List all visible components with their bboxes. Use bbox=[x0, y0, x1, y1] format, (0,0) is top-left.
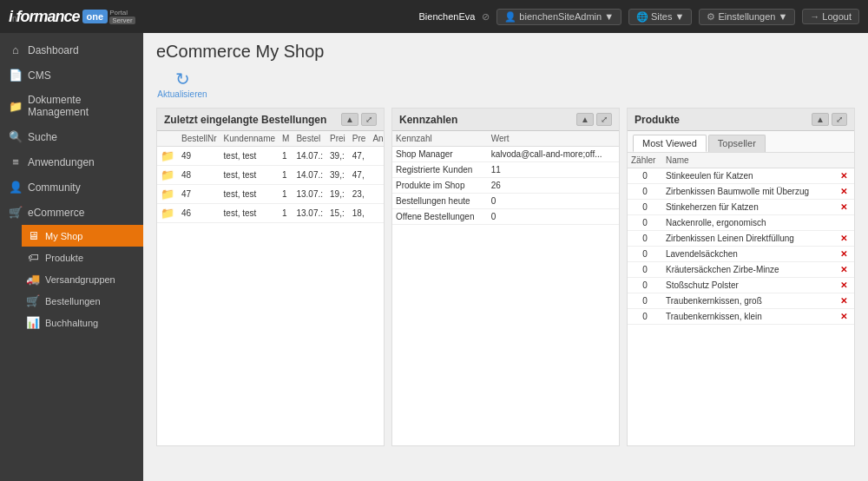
cell-delete[interactable]: ✕ bbox=[837, 309, 854, 325]
produkte-icon: 🏷 bbox=[26, 251, 40, 264]
delete-icon[interactable]: ✕ bbox=[840, 296, 847, 306]
cell-kennzahl: Offene Bestellungen bbox=[392, 209, 488, 225]
cell-nr: 47 bbox=[178, 185, 220, 204]
ecommerce-icon: 🛒 bbox=[9, 206, 23, 219]
cell-delete[interactable]: ✕ bbox=[837, 200, 854, 215]
chevron-down-icon: ▼ bbox=[675, 11, 685, 22]
delete-icon[interactable]: ✕ bbox=[840, 265, 847, 274]
logo-one: one bbox=[82, 10, 108, 23]
col-kennzahl: Kennzahl bbox=[392, 131, 488, 147]
cell-name: Stinkeherzen für Katzen bbox=[662, 200, 837, 215]
cell-name: Nackenrolle, ergonomisch bbox=[662, 215, 837, 231]
produkte-panel-body: Zähler Name 0 Stinkeeulen für Katzen ✕ 0… bbox=[628, 153, 854, 445]
settings-button[interactable]: ⚙ Einstellungen ▼ bbox=[699, 9, 795, 25]
cell-delete[interactable]: ✕ bbox=[837, 278, 854, 293]
delete-icon[interactable]: ✕ bbox=[840, 202, 847, 212]
cell-preis: 39,: bbox=[326, 147, 349, 166]
buchhaltung-icon: 📊 bbox=[26, 316, 40, 329]
refresh-icon: ↻ bbox=[175, 69, 190, 89]
sidebar-item-versandgruppen[interactable]: 🚚 Versandgruppen bbox=[22, 268, 143, 290]
sidebar-item-buchhaltung[interactable]: 📊 Buchhaltung bbox=[22, 312, 143, 333]
tab-most-viewed[interactable]: Most Viewed bbox=[633, 135, 707, 152]
cell-delete[interactable]: ✕ bbox=[837, 231, 854, 247]
sidebar-item-label: Community bbox=[28, 181, 81, 194]
sidebar-item-anwendungen[interactable]: ≡ Anwendungen bbox=[0, 149, 143, 175]
admin-button[interactable]: 👤 bienchenSiteAdmin ▼ bbox=[496, 9, 621, 25]
sidebar-item-label: Bestellungen bbox=[45, 296, 101, 306]
table-row: 0 Stinkeeulen für Katzen ✕ bbox=[628, 168, 854, 184]
cell-menge: 1 bbox=[279, 166, 293, 185]
cell-delete[interactable]: ✕ bbox=[837, 262, 854, 278]
sidebar-item-bestellungen[interactable]: 🛒 Bestellungen bbox=[22, 290, 143, 312]
dashboard-icon: ⌂ bbox=[9, 43, 23, 56]
sites-button[interactable]: 🌐 Sites ▼ bbox=[628, 9, 692, 25]
community-icon: 👤 bbox=[9, 181, 23, 194]
delete-icon[interactable]: ✕ bbox=[840, 312, 847, 321]
kennzahlen-expand-button[interactable]: ⤢ bbox=[596, 113, 612, 126]
page-title: eCommerce My Shop bbox=[156, 42, 855, 62]
sidebar-item-myshop[interactable]: 🖥 My Shop bbox=[22, 225, 143, 247]
bestellungen-expand-button[interactable]: ⤢ bbox=[361, 113, 377, 126]
dokumente-icon: 📁 bbox=[9, 100, 23, 113]
table-row: 0 Nackenrolle, ergonomisch bbox=[628, 215, 854, 231]
refresh-button[interactable]: ↻ Aktualisieren bbox=[156, 69, 208, 99]
sidebar-item-label: Buchhaltung bbox=[45, 318, 98, 328]
table-row: 0 Traubenkernkissen, klein ✕ bbox=[628, 309, 854, 325]
cell-preis: 15,: bbox=[326, 204, 349, 223]
logout-button[interactable]: → Logout bbox=[802, 9, 859, 24]
cell-name: Traubenkernkissen, groß bbox=[662, 293, 837, 309]
cell-anm bbox=[369, 185, 384, 204]
cell-name: Lavendelsäckchen bbox=[662, 247, 837, 262]
sidebar-item-label: Dokumente Management bbox=[28, 94, 135, 118]
cell-menge: 1 bbox=[279, 185, 293, 204]
sidebar-item-suche[interactable]: 🔍 Suche bbox=[0, 124, 143, 149]
delete-icon[interactable]: ✕ bbox=[840, 171, 847, 181]
cell-menge: 1 bbox=[279, 147, 293, 166]
cell-wert: 11 bbox=[488, 162, 619, 178]
produkte-sort-button[interactable]: ▲ bbox=[812, 113, 829, 126]
bestellungen-icon: 🛒 bbox=[26, 294, 40, 307]
delete-icon[interactable]: ✕ bbox=[840, 249, 847, 259]
produkte-panel: Produkte ▲ ⤢ Most Viewed Topseller Zähle… bbox=[627, 108, 855, 446]
cell-zaehler: 0 bbox=[628, 278, 662, 293]
cell-zaehler: 0 bbox=[628, 200, 662, 215]
logo-area: informance one Portal Server bbox=[9, 8, 135, 26]
delete-icon[interactable]: ✕ bbox=[840, 280, 847, 290]
cell-name: test, test bbox=[220, 204, 279, 223]
cell-delete[interactable]: ✕ bbox=[837, 247, 854, 262]
cell-kennzahl: Registrierte Kunden bbox=[392, 162, 488, 178]
cms-icon: 📄 bbox=[9, 69, 23, 82]
sidebar-item-dashboard[interactable]: ⌂ Dashboard bbox=[0, 37, 143, 63]
bestellungen-sort-button[interactable]: ▲ bbox=[341, 113, 358, 126]
kennzahlen-panel: Kennzahlen ▲ ⤢ Kennzahl Wert bbox=[391, 108, 620, 446]
cell-name: Zirbenkissen Leinen Direktfüllung bbox=[662, 231, 837, 247]
delete-icon[interactable]: ✕ bbox=[840, 234, 847, 243]
sidebar-item-produkte[interactable]: 🏷 Produkte bbox=[22, 247, 143, 268]
myshop-icon: 🖥 bbox=[26, 229, 40, 242]
sidebar-item-dokumente[interactable]: 📁 Dokumente Management bbox=[0, 88, 143, 124]
produkte-expand-button[interactable]: ⤢ bbox=[832, 113, 847, 126]
cell-zaehler: 0 bbox=[628, 168, 662, 184]
cell-zaehler: 0 bbox=[628, 247, 662, 262]
cell-name: test, test bbox=[220, 185, 279, 204]
cell-bestell: 14.07.: bbox=[293, 166, 326, 185]
cell-kennzahl: Bestellungen heute bbox=[392, 194, 488, 209]
main-layout: ⌂ Dashboard 📄 CMS 📁 Dokumente Management… bbox=[0, 33, 868, 481]
col-menge: M bbox=[279, 131, 293, 147]
sidebar-item-label: Suche bbox=[28, 131, 57, 143]
delete-icon[interactable]: ✕ bbox=[840, 187, 847, 196]
cell-delete[interactable]: ✕ bbox=[837, 293, 854, 309]
sidebar-item-community[interactable]: 👤 Community bbox=[0, 175, 143, 200]
cell-nr: 48 bbox=[178, 166, 220, 185]
top-nav-right: BienchenEva ⊘ 👤 bienchenSiteAdmin ▼ 🌐 Si… bbox=[419, 9, 859, 25]
kennzahlen-sort-button[interactable]: ▲ bbox=[576, 113, 594, 126]
logo-text: informance bbox=[9, 8, 80, 26]
sidebar-item-label: CMS bbox=[28, 69, 51, 82]
cell-delete[interactable]: ✕ bbox=[837, 184, 854, 200]
settings-icon: ⚙ bbox=[707, 11, 715, 23]
tab-topseller[interactable]: Topseller bbox=[708, 135, 766, 152]
sidebar-item-cms[interactable]: 📄 CMS bbox=[0, 63, 143, 88]
cell-name: Kräutersäckchen Zirbe-Minze bbox=[662, 262, 837, 278]
cell-delete[interactable]: ✕ bbox=[837, 168, 854, 184]
sidebar-item-ecommerce[interactable]: 🛒 eCommerce bbox=[0, 200, 143, 225]
